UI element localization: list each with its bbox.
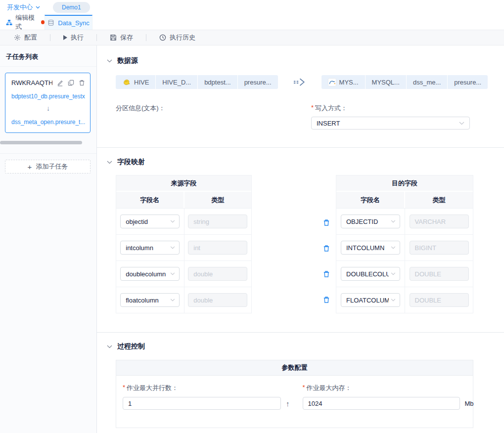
section-process-title: 过程控制: [117, 342, 145, 351]
database-icon: [47, 19, 54, 26]
save-icon: [110, 34, 117, 41]
target-field-select[interactable]: FLOATCOLUMN: [341, 293, 400, 307]
collapse-chevron-icon[interactable]: [107, 59, 112, 63]
section-divider: [97, 147, 504, 148]
copy-icon[interactable]: [68, 80, 74, 86]
target-table-header: 目的字段: [336, 175, 473, 192]
history-button[interactable]: 执行历史: [159, 33, 195, 42]
subtask-sidebar: 子任务列表 RWKRAAQTH... bdptest10_db.presure_…: [0, 45, 97, 433]
tab-bar: 编辑模式 Data_Sync: [0, 15, 504, 30]
source-db-tag: bdptest...: [197, 75, 237, 89]
dashed-arrow-icon: [293, 77, 307, 87]
table-row: doublecolumn double: [116, 260, 251, 287]
target-name-col-header: 字段名: [336, 192, 404, 208]
chevron-down-icon: [170, 220, 175, 223]
unsaved-dot: [41, 20, 45, 24]
delete-row-button[interactable]: [323, 261, 336, 287]
target-type-input: DOUBLE: [410, 293, 469, 307]
trash-icon: [323, 219, 330, 226]
execute-button[interactable]: 执行: [63, 33, 84, 42]
edit-mode-label: 编辑模式: [15, 13, 38, 31]
memory-unit-label: Mb: [465, 400, 474, 407]
source-table-tag: presure...: [237, 75, 278, 89]
delete-row-button[interactable]: [323, 235, 336, 261]
chevron-down-icon: [36, 6, 40, 9]
row-delete-column: [252, 175, 336, 313]
delete-icon[interactable]: [79, 80, 85, 86]
max-memory-input[interactable]: 1024: [303, 397, 460, 410]
trash-icon: [323, 296, 330, 303]
table-row: objectid string: [116, 208, 251, 234]
save-button[interactable]: 保存: [110, 33, 133, 42]
source-datasource-tags: HIVE HIVE_D... bdptest... presure...: [116, 75, 278, 89]
source-type-tag: HIVE: [116, 75, 155, 89]
subtask-card[interactable]: RWKRAAQTH... bdptest10_db.presure_testx …: [5, 73, 91, 133]
source-name-col-header: 字段名: [116, 192, 183, 208]
workspace-switcher[interactable]: 开发中心: [7, 3, 40, 12]
chevron-down-icon: [391, 246, 396, 249]
execute-label: 执行: [71, 33, 84, 42]
source-field-select[interactable]: intcolumn: [120, 241, 180, 255]
source-datasource-tag: HIVE_D...: [155, 75, 197, 89]
source-field-select[interactable]: floatcolumn: [120, 293, 180, 307]
target-table-name: dss_meta_open.presure_t...: [11, 119, 85, 126]
delete-row-button[interactable]: [323, 210, 336, 235]
table-row: FLOATCOLUMN DOUBLE: [336, 287, 473, 313]
add-subtask-button[interactable]: + 添加子任务: [5, 160, 91, 173]
table-row: intcolumn int: [116, 234, 251, 260]
target-tag-label: MYS...: [339, 79, 359, 86]
collapse-chevron-icon[interactable]: [107, 161, 112, 164]
partition-info-label: 分区信息(文本)：: [116, 104, 311, 113]
source-table-name: bdptest10_db.presure_testx: [11, 93, 85, 100]
data-sync-tab-label: Data_Sync: [58, 19, 90, 27]
write-mode-value: INSERT: [317, 120, 459, 127]
target-field-select[interactable]: OBJECTID: [341, 215, 400, 228]
source-type-input: int: [188, 241, 247, 255]
save-label: 保存: [120, 33, 133, 42]
target-type-tag: MYS...: [321, 75, 365, 89]
chevron-down-icon: [170, 299, 175, 302]
write-mode-select[interactable]: INSERT: [311, 117, 470, 130]
hive-icon: [122, 78, 131, 87]
delete-row-button[interactable]: [323, 287, 336, 312]
target-datasource-tags: MYS... MYSQL... dss_me... presure...: [321, 75, 488, 89]
section-datasource-header: 数据源: [107, 56, 504, 65]
target-field-select[interactable]: DOUBLECOLU...: [341, 267, 400, 281]
source-field-select[interactable]: objectid: [120, 215, 180, 228]
edit-icon[interactable]: [57, 80, 63, 87]
gear-icon: [14, 34, 21, 41]
trash-icon: [323, 245, 330, 252]
chevron-down-icon: [391, 299, 396, 302]
main-content: 数据源 HIVE HIVE_D... bdptest... presure...: [97, 45, 504, 433]
subtask-list: 子任务列表 RWKRAAQTH... bdptest10_db.presure_…: [0, 45, 96, 154]
target-type-input: VARCHAR: [410, 215, 469, 228]
horizontal-scrollbar[interactable]: [0, 141, 82, 144]
arrow-down-icon: ↓: [11, 104, 85, 112]
datasource-flow: HIVE HIVE_D... bdptest... presure... MYS…: [116, 75, 504, 89]
target-field-select[interactable]: INTCOLUMN: [341, 241, 400, 255]
project-tag[interactable]: Demo1: [53, 2, 90, 13]
table-row: OBJECTID VARCHAR: [336, 208, 473, 234]
target-db-tag: dss_me...: [406, 75, 447, 89]
max-parallel-input[interactable]: 1: [123, 397, 281, 410]
configure-label: 配置: [24, 33, 37, 42]
configure-button[interactable]: 配置: [14, 33, 37, 42]
required-mark: *: [311, 104, 314, 111]
target-datasource-tag: MYSQL...: [365, 75, 406, 89]
tab-edit-mode[interactable]: 编辑模式: [0, 15, 45, 30]
max-memory-field: * 作业最大内存： 1024 Mb: [303, 384, 474, 410]
subtask-name: RWKRAAQTH...: [11, 79, 52, 87]
source-field-select[interactable]: doublecolumn: [120, 267, 180, 281]
collapse-chevron-icon[interactable]: [107, 345, 112, 348]
param-config-header: 参数配置: [116, 360, 473, 376]
step-up-icon[interactable]: ↑: [286, 399, 290, 408]
orgchart-icon: [6, 19, 12, 26]
tab-data-sync[interactable]: Data_Sync: [45, 15, 92, 30]
top-bar: 开发中心 Demo1: [0, 0, 504, 15]
sidebar-title: 子任务列表: [0, 45, 96, 67]
section-process-header: 过程控制: [107, 342, 504, 351]
write-mode-label: 写入方式：: [315, 104, 347, 113]
trash-icon: [323, 270, 330, 278]
target-type-input: DOUBLE: [410, 267, 469, 281]
max-parallel-field: * 作业最大并行数： 1 ↑: [123, 384, 290, 410]
